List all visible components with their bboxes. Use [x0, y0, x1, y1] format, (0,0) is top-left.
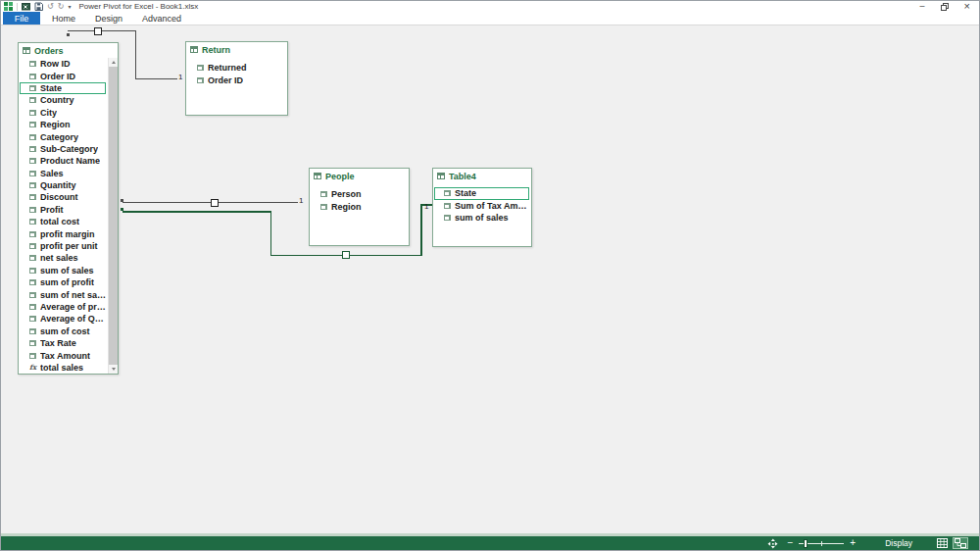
diagram-table-table4[interactable]: Table4 State Sum of Tax Amount sum of sa… [432, 168, 532, 247]
diagram-view-button[interactable] [953, 537, 968, 549]
field-row[interactable]: Returned [186, 61, 287, 74]
field-row[interactable]: total cost [19, 216, 108, 227]
zoom-in-button[interactable]: + [846, 538, 859, 548]
field-label: sum of sales [40, 266, 94, 276]
scrollbar-vertical[interactable] [108, 58, 118, 374]
save-icon[interactable] [34, 2, 43, 11]
field-row[interactable]: Average of profit... [19, 301, 108, 313]
qat-customize-icon[interactable]: ▾ [68, 3, 71, 11]
undo-icon[interactable]: ↺ [47, 3, 54, 11]
field-row[interactable]: State [433, 187, 531, 200]
field-label: net sales [40, 253, 78, 263]
field-row[interactable]: Sum of Tax Amount [433, 200, 531, 213]
field-row[interactable]: sum of sales [19, 265, 108, 276]
relationship-line-orders-table4[interactable] [122, 211, 271, 213]
field-row[interactable]: Region [19, 119, 108, 130]
diagram-table-orders[interactable]: Orders Row ID Order ID State Country [18, 42, 119, 375]
field-row[interactable]: Country [19, 94, 108, 106]
table-header[interactable]: Orders [19, 43, 118, 58]
field-label: Sales [40, 169, 64, 178]
relationship-line-orders-return[interactable] [135, 78, 177, 79]
data-view-button[interactable] [934, 537, 950, 549]
close-button[interactable]: × [964, 2, 970, 11]
field-icon [29, 292, 36, 298]
field-label: Returned [208, 63, 247, 73]
table-header[interactable]: Table4 [433, 169, 531, 183]
field-row[interactable]: Order ID [186, 74, 287, 86]
field-label: sum of cost [40, 326, 90, 336]
field-label: State [455, 188, 476, 198]
relationship-midpoint-handle[interactable] [342, 251, 350, 259]
field-icon [29, 328, 36, 334]
statusbar: − + Display [1, 536, 979, 550]
zoom-out-button[interactable]: − [783, 538, 797, 548]
field-row[interactable]: Quantity [19, 179, 108, 191]
field-row[interactable]: sum of net sales [19, 288, 108, 300]
scroll-up-button[interactable] [109, 58, 118, 67]
table-header[interactable]: Return [186, 42, 287, 57]
field-row[interactable]: Region [310, 200, 409, 213]
field-row[interactable]: profit margin [19, 227, 108, 239]
field-icon [320, 204, 327, 210]
diagram-table-people[interactable]: People Person Region [309, 168, 410, 246]
field-row[interactable]: profit per unit [19, 240, 108, 252]
field-icon [29, 74, 36, 79]
field-row[interactable]: Person [310, 187, 409, 200]
field-row[interactable]: State [19, 82, 108, 94]
field-row[interactable]: City [19, 107, 108, 119]
field-icon [29, 255, 36, 261]
field-icon [29, 97, 36, 103]
zoom-slider-thumb[interactable] [804, 539, 808, 548]
field-row[interactable]: sum of cost [19, 326, 108, 337]
minimize-button[interactable]: – [920, 2, 925, 11]
field-row[interactable]: net sales [19, 252, 108, 264]
relationship-midpoint-handle[interactable] [94, 27, 102, 35]
field-row[interactable]: Average of Quantity [19, 313, 108, 325]
relationship-line-orders-table4[interactable] [270, 211, 272, 256]
table-header[interactable]: People [310, 169, 409, 183]
relationship-line-orders-table4[interactable] [420, 204, 422, 256]
tab-design[interactable]: Design [87, 12, 130, 25]
field-icon [29, 61, 36, 67]
tab-home[interactable]: Home [44, 12, 83, 25]
field-row[interactable]: Discount [19, 191, 108, 203]
diagram-view-canvas[interactable]: 1 1 1 Orders Row ID [1, 25, 979, 533]
triangle-down-icon [112, 368, 116, 371]
diagram-table-return[interactable]: Return Returned Order ID [185, 41, 288, 116]
field-label: total cost [40, 217, 79, 226]
field-row[interactable]: Order ID [19, 70, 108, 81]
field-label: sum of profit [40, 277, 94, 287]
field-row[interactable]: sum of profit [19, 276, 108, 288]
field-icon [29, 304, 36, 310]
field-row[interactable]: Product Name [19, 155, 108, 167]
tab-advanced[interactable]: Advanced [134, 12, 189, 25]
field-row[interactable]: Tax Amount [19, 349, 108, 361]
field-label: profit margin [40, 229, 95, 239]
relationship-midpoint-handle[interactable] [211, 199, 219, 207]
field-row[interactable]: Profit [19, 204, 108, 216]
fit-to-screen-icon[interactable] [764, 537, 780, 549]
field-label: Profit [40, 205, 64, 215]
restore-button[interactable] [941, 3, 949, 11]
zoom-slider-notch [821, 541, 822, 546]
redo-icon[interactable]: ↻ [58, 3, 65, 11]
field-row[interactable]: Category [19, 130, 108, 142]
tab-file[interactable]: File [3, 12, 40, 25]
field-row[interactable]: sum of sales [433, 212, 531, 225]
field-label: sum of net sales [40, 290, 108, 300]
field-row[interactable]: Sales [19, 168, 108, 179]
field-row[interactable]: Row ID [19, 58, 108, 70]
field-row[interactable]: Tax Rate [19, 337, 108, 349]
powerpivot-app-icon[interactable] [4, 2, 13, 11]
window-controls: – × [920, 2, 976, 11]
scroll-down-button[interactable] [109, 365, 118, 374]
field-label: Region [331, 202, 362, 212]
relationship-line-orders-return[interactable] [68, 30, 136, 31]
relationship-line-orders-return[interactable] [135, 30, 136, 79]
field-label: State [40, 83, 62, 93]
zoom-slider[interactable] [799, 538, 844, 548]
field-icon [29, 158, 36, 164]
switch-to-excel-icon[interactable] [22, 2, 30, 11]
field-row[interactable]: Sub-Category [19, 143, 108, 155]
field-row[interactable]: total sales [19, 362, 108, 374]
